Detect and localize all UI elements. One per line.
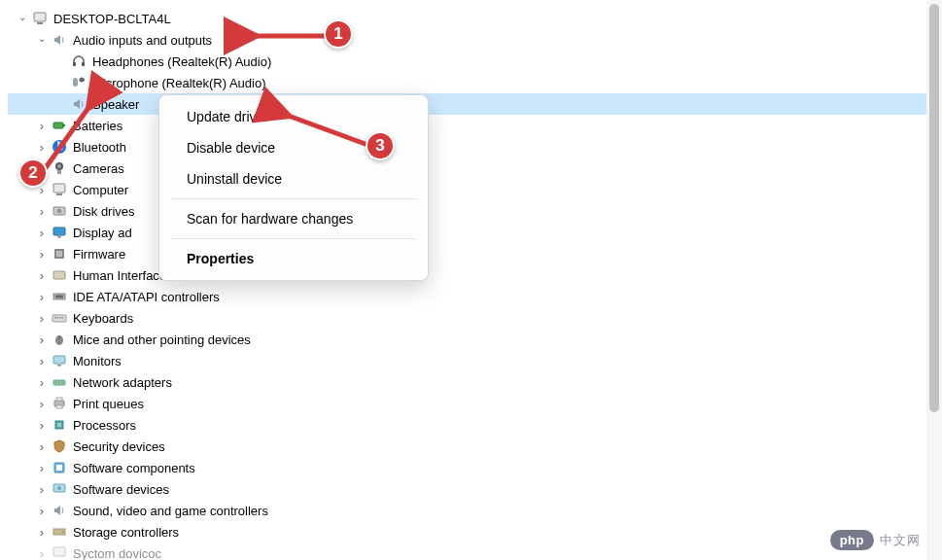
tree-category-label: Disk drives	[71, 204, 135, 219]
tree-category-cameras[interactable]: Cameras	[8, 158, 942, 179]
scroll-thumb[interactable]	[929, 4, 939, 412]
vertical-scrollbar[interactable]	[926, 0, 942, 560]
computer-icon	[31, 10, 49, 27]
tree-category-processors[interactable]: Processors	[8, 414, 942, 436]
chevron-down-icon[interactable]	[35, 33, 49, 47]
menu-scan-hardware[interactable]: Scan for hardware changes	[159, 203, 428, 234]
tree-category-software-devices[interactable]: Software devices	[8, 478, 942, 500]
tree-category-audio[interactable]: Audio inputs and outputs	[8, 29, 942, 51]
tree-category-ide[interactable]: IDE ATA/ATAPI controllers	[8, 286, 942, 307]
svg-rect-43	[56, 465, 62, 471]
device-tree: DESKTOP-BCLTA4L Audio inputs and outputs…	[0, 0, 942, 560]
tree-category-print-queues[interactable]: Print queues	[8, 393, 942, 414]
tree-category-mice[interactable]: Mice and other pointing devices	[8, 329, 942, 350]
chevron-right-icon[interactable]	[35, 482, 49, 496]
tree-category-monitors[interactable]: Monitors	[8, 350, 942, 371]
chevron-right-icon[interactable]	[35, 268, 49, 282]
tree-category-label: Syctom dovicoc	[71, 546, 161, 561]
svg-point-36	[61, 382, 63, 384]
svg-line-50	[42, 105, 90, 173]
chevron-right-icon[interactable]	[35, 354, 49, 368]
chevron-right-icon[interactable]	[35, 418, 49, 432]
security-icon	[51, 438, 68, 455]
chevron-right-icon[interactable]	[35, 204, 49, 218]
tree-category-label: IDE ATA/ATAPI controllers	[71, 290, 220, 304]
tree-category-batteries[interactable]: Batteries	[8, 115, 942, 136]
chevron-right-icon[interactable]	[35, 461, 49, 474]
chevron-right-icon[interactable]	[35, 247, 49, 261]
tree-category-label: Audio inputs and outputs	[71, 33, 212, 48]
storage-icon	[51, 523, 68, 541]
tree-category-label: Sound, video and game controllers	[71, 504, 268, 518]
tree-category-system[interactable]: Syctom dovicoc	[8, 542, 942, 560]
printer-icon	[51, 395, 68, 412]
tree-category-software-components[interactable]: Software components	[8, 457, 942, 478]
network-icon	[51, 373, 68, 391]
watermark-text: 中文网	[880, 532, 921, 549]
chevron-right-icon[interactable]	[35, 504, 49, 517]
chevron-right-icon[interactable]	[35, 290, 49, 303]
svg-rect-28	[62, 317, 64, 319]
tree-category-computer[interactable]: Computer	[8, 179, 942, 200]
tree-category-network[interactable]: Network adapters	[8, 371, 942, 393]
tree-category-display-adapters[interactable]: Display ad	[8, 222, 942, 243]
annotation-badge-1: 1	[324, 19, 353, 49]
firmware-icon	[51, 245, 68, 262]
tree-root-label: DESKTOP-BCLTA4L	[52, 12, 171, 26]
chevron-right-icon[interactable]	[35, 375, 49, 389]
tree-category-label: Storage controllers	[71, 525, 179, 540]
tree-device-microphone[interactable]: Microphone (Realtek(R) Audio)	[8, 72, 942, 93]
svg-rect-31	[53, 356, 65, 364]
chevron-right-icon[interactable]	[35, 546, 49, 560]
svg-point-45	[57, 486, 61, 490]
svg-rect-38	[56, 398, 62, 401]
tree-category-label: Security devices	[71, 439, 165, 454]
svg-rect-32	[57, 365, 61, 367]
tree-category-label: Monitors	[71, 354, 122, 368]
menu-separator	[171, 238, 416, 239]
chevron-right-icon[interactable]	[35, 439, 49, 453]
tree-category-security[interactable]: Security devices	[8, 436, 942, 457]
annotation-badge-2: 2	[18, 158, 48, 188]
svg-rect-17	[53, 228, 65, 235]
tree-category-disk-drives[interactable]: Disk drives	[8, 200, 942, 222]
chevron-right-icon[interactable]	[35, 525, 49, 539]
tree-device-label: Headphones (Realtek(R) Audio)	[90, 54, 271, 69]
tree-category-label: Firmware	[71, 247, 125, 262]
tree-category-firmware[interactable]: Firmware	[8, 243, 942, 264]
svg-rect-4	[73, 78, 78, 87]
headphones-icon	[70, 52, 87, 70]
svg-rect-23	[55, 296, 63, 298]
chevron-right-icon[interactable]	[35, 226, 49, 239]
svg-point-16	[57, 209, 62, 214]
tree-root-node[interactable]: DESKTOP-BCLTA4L	[8, 8, 942, 29]
svg-rect-1	[37, 22, 43, 24]
tree-device-headphones[interactable]: Headphones (Realtek(R) Audio)	[8, 51, 942, 72]
chevron-right-icon[interactable]	[35, 332, 49, 346]
menu-uninstall-device[interactable]: Uninstall device	[159, 163, 428, 194]
tree-category-bluetooth[interactable]: Bluetooth	[8, 136, 942, 158]
tree-device-label: Microphone (Realtek(R) Audio)	[90, 76, 265, 90]
svg-rect-14	[56, 193, 62, 195]
svg-rect-3	[82, 62, 85, 66]
tree-category-sound-video-game[interactable]: Sound, video and game controllers	[8, 500, 942, 521]
menu-properties[interactable]: Properties	[159, 243, 428, 274]
microphone-icon	[70, 74, 87, 91]
tree-category-label: Software components	[71, 461, 195, 475]
chevron-right-icon[interactable]	[35, 311, 49, 325]
tree-category-hid[interactable]: Human Interface Devices	[8, 264, 942, 286]
svg-point-5	[80, 78, 85, 83]
svg-rect-18	[57, 236, 61, 238]
tree-device-speakers[interactable]: Speaker	[8, 93, 942, 115]
tree-category-storage[interactable]: Storage controllers	[8, 521, 942, 542]
software-icon	[51, 459, 68, 476]
chevron-down-icon[interactable]	[16, 12, 29, 25]
watermark-logo: php	[830, 530, 874, 550]
ide-icon	[51, 288, 68, 305]
svg-rect-27	[59, 317, 61, 319]
annotation-badge-3: 3	[366, 131, 395, 160]
svg-point-34	[55, 382, 57, 384]
tree-category-keyboards[interactable]: Keyboards	[8, 307, 942, 329]
keyboard-icon	[51, 309, 68, 327]
chevron-right-icon[interactable]	[35, 397, 49, 410]
